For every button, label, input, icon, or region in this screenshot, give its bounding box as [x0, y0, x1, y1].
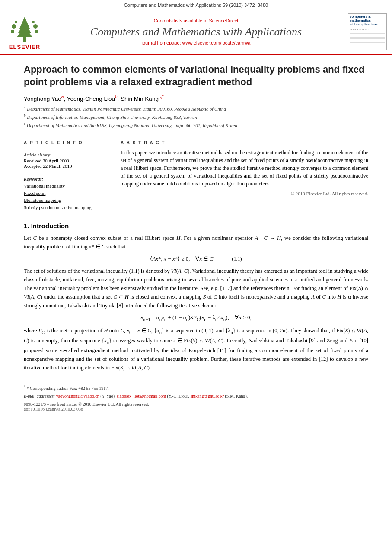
keyword-2[interactable]: Fixed point — [24, 190, 103, 197]
svg-point-4 — [12, 24, 16, 29]
article-title: Approach to common elements of variation… — [24, 64, 368, 88]
top-bar: Computers and Mathematics with Applicati… — [0, 0, 392, 10]
elsevier-wordmark: ELSEVIER — [9, 44, 40, 50]
journal-citation: Computers and Mathematics with Applicati… — [124, 3, 268, 8]
email-liou[interactable]: sinoplex_liou@hotmail.com — [117, 394, 166, 398]
elsevier-tree-icon — [7, 13, 42, 43]
accepted-date: Accepted 22 March 2010 — [24, 163, 103, 169]
affiliation-b: b Department of Information Management, … — [24, 113, 368, 121]
article-content: Approach to common elements of variation… — [0, 55, 392, 420]
journal-logo-right: computers &mathematicswith applications … — [348, 13, 387, 50]
mini-journal-title: computers &mathematicswith applications — [350, 15, 385, 26]
email-footnote: E-mail addresses: yaoyonghong@yahoo.cn (… — [24, 393, 368, 399]
email-kang[interactable]: smkang@gnu.ac.kr — [190, 394, 224, 398]
keyword-3[interactable]: Monotone mapping — [24, 197, 103, 204]
article-info-column: A R T I C L E I N F O Article history: R… — [24, 140, 110, 215]
svg-point-5 — [33, 24, 38, 29]
abstract-text: In this paper, we introduce an iterative… — [121, 149, 368, 188]
iterative-scheme: xn+1 = αnxn + (1 − αn)SPC(xn − λnAxn), ∀… — [24, 314, 368, 322]
keywords-label: Keywords: — [24, 177, 103, 182]
keywords-group: Keywords: Variational inequality Fixed p… — [24, 177, 103, 211]
article-history: Article history: Received 30 April 2009 … — [24, 153, 103, 169]
keyword-1[interactable]: Variational inequality — [24, 182, 103, 190]
history-label: Article history: — [24, 153, 103, 157]
issn-line: 0898-1221/$ – see front matter © 2010 El… — [24, 402, 368, 407]
homepage-link[interactable]: www.elsevier.com/locate/camwa — [182, 40, 251, 45]
journal-title: Computers and Mathematics with Applicati… — [49, 25, 343, 38]
journal-homepage: journal homepage: www.elsevier.com/locat… — [49, 40, 343, 45]
eq-number-1-1: (1.1) — [232, 256, 242, 262]
intro-para3: where PC is the metric projection of H o… — [24, 326, 368, 372]
svg-point-7 — [35, 30, 38, 33]
intro-title: 1. Introduction — [24, 222, 368, 229]
svg-point-6 — [11, 30, 14, 33]
intro-para1: Let C be a nonempty closed convex subset… — [24, 234, 368, 251]
email-yao[interactable]: yaoyonghong@yahoo.cn — [56, 394, 99, 398]
elsevier-logo-left: ELSEVIER — [5, 13, 44, 50]
abstract-column: A B S T R A C T In this paper, we introd… — [121, 140, 368, 215]
corresponding-note: * * Corresponding author. Fax: +82 55 75… — [24, 385, 368, 392]
svg-point-9 — [32, 21, 35, 23]
keyword-4[interactable]: Strictly pseudocontractive mapping — [24, 204, 103, 211]
journal-header: ELSEVIER Contents lists available at Sci… — [0, 10, 392, 55]
received-date: Received 30 April 2009 — [24, 158, 103, 163]
equation-1-1: ⟨Ax*, x − x*⟩ ≥ 0, ∀x ∈ C. (1.1) — [24, 255, 368, 262]
article-info-label: A R T I C L E I N F O — [24, 140, 103, 145]
affiliations: a Department of Mathematics, Tianjin Pol… — [24, 105, 368, 129]
affiliation-a: a Department of Mathematics, Tianjin Pol… — [24, 105, 368, 112]
authors: Yonghong Yaoa, Yeong-Cheng Lioub, Shin M… — [24, 94, 368, 102]
affiliation-c: c Department of Mathematics and the RINS… — [24, 121, 368, 129]
sciencedirect-notice: Contents lists available at ScienceDirec… — [49, 18, 343, 23]
svg-point-8 — [15, 21, 17, 23]
mini-logo-text: ISSN 0898-1221 — [350, 28, 385, 45]
page-wrapper: Computers and Mathematics with Applicati… — [0, 0, 392, 535]
sciencedirect-link[interactable]: ScienceDirect — [209, 18, 238, 23]
svg-rect-0 — [23, 37, 26, 42]
doi-line: doi:10.1016/j.camwa.2010.03.036 — [24, 407, 368, 411]
elsevier-branding: ELSEVIER — [5, 13, 44, 50]
abstract-label: A B S T R A C T — [121, 140, 368, 145]
intro-para2: The set of solutions of the variational … — [24, 267, 368, 310]
article-info-abstract: A R T I C L E I N F O Article history: R… — [24, 135, 368, 215]
eq-content: ⟨Ax*, x − x*⟩ ≥ 0, ∀x ∈ C. — [150, 255, 214, 262]
article-footer: * * Corresponding author. Fax: +82 55 75… — [24, 381, 368, 411]
copyright: © 2010 Elsevier Ltd. All rights reserved… — [121, 191, 368, 196]
journal-center: Contents lists available at ScienceDirec… — [49, 18, 343, 45]
